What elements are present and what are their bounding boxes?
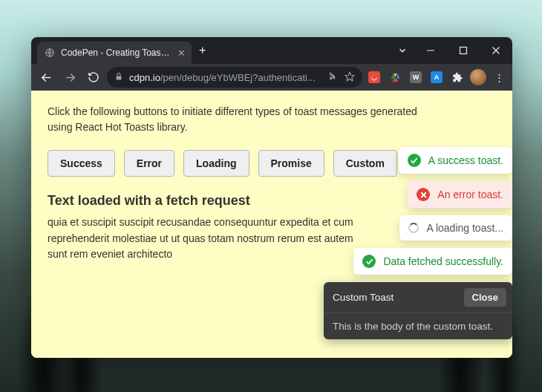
window-titlebar: CodePen - Creating Toast Notifs ✕ +	[31, 37, 512, 64]
reload-button[interactable]	[83, 67, 104, 88]
toast-success: A success toast.	[399, 147, 512, 174]
loading-button[interactable]: Loading	[183, 150, 249, 177]
toast-custom: Custom Toast Close This is the body of t…	[324, 282, 512, 339]
close-tab-icon[interactable]: ✕	[177, 48, 186, 59]
star-icon[interactable]	[345, 71, 355, 84]
drive-extension-icon[interactable]	[386, 68, 404, 86]
promise-button[interactable]: Promise	[258, 150, 324, 177]
custom-toast-close-button[interactable]: Close	[464, 288, 506, 307]
back-button[interactable]	[36, 67, 56, 88]
window-controls	[414, 37, 512, 64]
custom-toast-title: Custom Toast	[333, 292, 394, 303]
svg-rect-2	[460, 48, 467, 54]
custom-toast-header: Custom Toast Close	[324, 282, 512, 313]
profile-avatar[interactable]	[469, 68, 487, 86]
error-button[interactable]: Error	[124, 150, 174, 177]
check-circle-icon	[362, 255, 376, 268]
extensions-puzzle-icon[interactable]	[448, 68, 466, 86]
svg-rect-7	[117, 76, 122, 79]
a-extension-icon[interactable]: A	[428, 68, 445, 86]
intro-text: Click the following buttons to initiate …	[48, 104, 434, 135]
svg-marker-8	[345, 72, 354, 81]
fetch-body-text: quia et suscipit suscipit recusandae con…	[48, 215, 359, 263]
toast-loading: A loading toast...	[399, 215, 512, 241]
svg-marker-11	[396, 73, 399, 78]
close-window-button[interactable]	[480, 37, 512, 64]
spinner-icon	[408, 223, 419, 233]
pocket-extension-icon[interactable]: ◡	[365, 68, 383, 86]
minimize-button[interactable]	[414, 37, 447, 64]
kebab-menu-icon[interactable]: ⋮	[490, 68, 508, 86]
address-bar: cdpn.io/pen/debug/eYbWBEj?authenticati..…	[31, 64, 512, 91]
share-icon[interactable]	[328, 71, 339, 84]
check-circle-icon	[408, 154, 421, 167]
toast-message: A loading toast...	[426, 222, 503, 234]
svg-marker-13	[392, 78, 398, 81]
toast-message: An error toast.	[437, 189, 503, 200]
toast-message: Data fetched successfully.	[383, 255, 503, 267]
new-tab-button[interactable]: +	[192, 44, 213, 57]
url-input[interactable]: cdpn.io/pen/debug/eYbWBEj?authenticati..…	[107, 67, 362, 88]
w-extension-icon[interactable]: W	[407, 68, 425, 86]
page-content: Click the following buttons to initiate …	[31, 91, 512, 358]
tab-title: CodePen - Creating Toast Notifs	[61, 48, 172, 58]
toast-message: A success toast.	[428, 154, 503, 166]
url-text: cdpn.io/pen/debug/eYbWBEj?authenticati..…	[129, 72, 322, 83]
x-circle-icon	[417, 188, 430, 201]
forward-button[interactable]	[59, 67, 80, 88]
toast-stack: A success toast. An error toast. A loadi…	[324, 147, 512, 339]
tab-search-icon[interactable]	[391, 37, 414, 64]
success-button[interactable]: Success	[48, 150, 115, 177]
toast-fetched: Data fetched successfully.	[353, 248, 512, 275]
maximize-button[interactable]	[447, 37, 480, 64]
custom-toast-body: This is the body of the custom toast.	[324, 313, 512, 339]
lock-icon	[114, 72, 123, 83]
browser-window: CodePen - Creating Toast Notifs ✕ +	[31, 37, 512, 358]
browser-tab[interactable]: CodePen - Creating Toast Notifs ✕	[37, 42, 192, 64]
globe-icon	[45, 48, 55, 58]
toast-error: An error toast.	[408, 181, 512, 208]
